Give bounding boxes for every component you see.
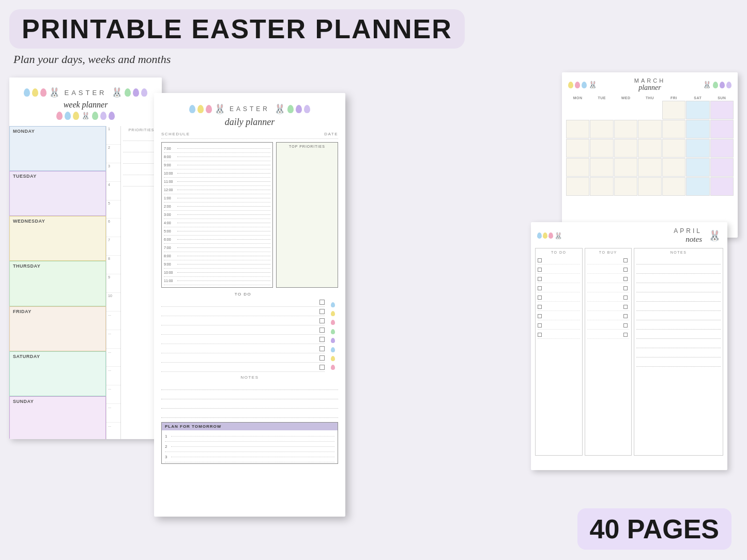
todo-checkbox-3[interactable]	[319, 318, 325, 323]
cal-cell-29	[662, 177, 685, 196]
april-cb-5[interactable]	[538, 295, 542, 300]
time-8pm: 8:00	[164, 252, 270, 260]
notes-line-4	[161, 410, 338, 418]
april-notes-page: 🐰 APRIL notes 🐰 TO DO	[531, 222, 727, 470]
time-11: 11:00	[164, 178, 270, 186]
todo-checkbox-1[interactable]	[319, 300, 325, 305]
day-sunday: SUNDAY	[9, 396, 106, 439]
notes-section: NOTES	[161, 375, 338, 418]
april-buy-cb-9[interactable]	[623, 333, 628, 337]
april-buy-1	[587, 256, 630, 265]
notes-label: NOTES	[161, 375, 338, 380]
cal-row-3	[566, 139, 734, 158]
plan-tomorrow-box: PLAN FOR TOMORROW 1 2 3	[161, 422, 338, 464]
cal-cell-empty-1	[566, 101, 589, 119]
april-check-5	[538, 293, 580, 302]
april-check-1	[538, 256, 580, 265]
num-1: 1	[106, 126, 120, 145]
april-cb-4[interactable]	[538, 286, 542, 290]
num-5: 5	[106, 200, 120, 219]
daily-planner-page: 🐰 EASTER 🐰 daily planner SCHEDULE DATE 7…	[154, 93, 345, 517]
april-cb-3[interactable]	[538, 277, 542, 281]
time-9: 9:00	[164, 161, 270, 169]
april-cb-8[interactable]	[538, 323, 542, 328]
april-buy-cb-1[interactable]	[623, 258, 628, 262]
num-3: 3	[106, 163, 120, 182]
april-cb-7[interactable]	[538, 314, 542, 318]
a-bunny-left: 🐰	[554, 232, 562, 240]
time-3pm: 3:00	[164, 211, 270, 219]
todo-checkbox-6[interactable]	[319, 346, 325, 351]
april-note-line-5	[636, 293, 721, 302]
cal-header-thu: THU	[638, 96, 661, 100]
egg-green2	[92, 112, 98, 120]
time-10pm: 10:00	[164, 269, 270, 277]
time-1pm: 1:00	[164, 194, 270, 203]
egg-lavender2	[100, 112, 106, 120]
bunny-icon-left: 🐰	[49, 87, 60, 98]
cal-cell-19	[590, 158, 613, 177]
april-note-line-12	[636, 359, 721, 367]
egg-pink	[40, 88, 47, 97]
time-8: 8:00	[164, 153, 270, 161]
time-12: 12:00	[164, 186, 270, 194]
page-subtitle: Plan your days, weeks and months	[13, 53, 738, 66]
april-buy-6	[587, 303, 630, 311]
april-buy-9	[587, 331, 630, 339]
num-dots5: ...	[106, 385, 120, 404]
date-label: DATE	[324, 132, 338, 136]
a-egg-2	[543, 232, 547, 239]
daily-eggs-top: 🐰 EASTER 🐰	[158, 103, 341, 115]
m-egg-3	[582, 82, 587, 88]
bunny-icon-right: 🐰	[111, 87, 123, 98]
num-7: 7	[106, 237, 120, 256]
cal-cell-9	[686, 120, 709, 138]
cal-cell-24	[710, 158, 734, 177]
todo-checkbox-5[interactable]	[319, 337, 325, 342]
april-cb-6[interactable]	[538, 305, 542, 309]
april-cb-2[interactable]	[538, 268, 542, 272]
april-notes-col: NOTES	[634, 248, 723, 456]
todo-label: TO DO	[161, 292, 325, 297]
april-cb-9[interactable]	[538, 333, 542, 337]
cal-row-5	[566, 177, 734, 196]
cal-cell-14	[638, 139, 661, 158]
april-header: 🐰 APRIL notes 🐰	[531, 222, 727, 246]
top-priorities-label: TOP PRIORITIES	[279, 145, 336, 148]
d-egg-pink	[206, 105, 212, 113]
april-cb-1[interactable]	[538, 258, 542, 262]
a-bunny-right: 🐰	[708, 229, 721, 242]
cal-cell-17	[710, 139, 734, 158]
egg-blue2	[65, 112, 71, 120]
num-6: 6	[106, 219, 120, 237]
num-dots: ...	[106, 312, 120, 330]
notes-line-2	[161, 391, 338, 399]
todo-checkbox-2[interactable]	[319, 309, 325, 314]
april-buy-cb-3[interactable]	[623, 277, 628, 281]
april-buy-cb-6[interactable]	[623, 305, 628, 309]
num-dots3: ...	[106, 349, 120, 367]
day-saturday: SATURDAY	[9, 351, 106, 396]
cal-cell-empty-2	[590, 101, 613, 119]
april-buy-cb-5[interactable]	[623, 295, 628, 300]
time-schedule: 7:00 8:00 9:00 10:00 11:00 12:00 1:00 2:…	[161, 142, 273, 288]
april-buy-cb-8[interactable]	[623, 323, 628, 328]
april-notes-col-header: NOTES	[636, 251, 721, 254]
time-4pm: 4:00	[164, 219, 270, 227]
cal-cell-27	[614, 177, 637, 196]
d-egg-purple	[296, 105, 302, 113]
april-buy-cb-4[interactable]	[623, 286, 628, 290]
egg-yellow2	[73, 112, 79, 120]
day-monday: MONDAY	[9, 126, 106, 171]
april-buy-cb-2[interactable]	[623, 268, 628, 272]
num-dots4: ...	[106, 367, 120, 385]
april-buy-header: TO BUY	[587, 251, 630, 254]
d-bunny-left: 🐰	[214, 103, 225, 115]
notes-line-1	[161, 382, 338, 390]
week-planner-page: 🐰 EASTER 🐰 week planner 🐰 MONDAY	[9, 77, 162, 439]
april-buy-cb-7[interactable]	[623, 314, 628, 318]
april-note-line-4	[636, 284, 721, 292]
todo-checkbox-4[interactable]	[319, 328, 325, 333]
todo-checkbox-7[interactable]	[319, 355, 325, 361]
todo-checkbox-8[interactable]	[319, 365, 325, 370]
